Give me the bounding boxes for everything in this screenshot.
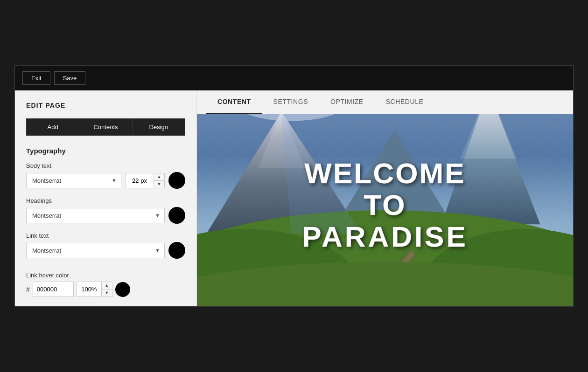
body-size-spinners: ▲ ▼: [154, 173, 164, 188]
content-area: CONTENT SETTINGS OPTIMIZE SCHEDULE: [197, 90, 573, 306]
sidebar: EDIT PAGE Add Contents Design Typography…: [15, 90, 197, 306]
preview-area: WELCOME TO PARADISE: [197, 114, 573, 306]
hero-line1: WELCOME TO: [291, 158, 479, 221]
tab-schedule[interactable]: SCHEDULE: [375, 90, 435, 114]
link-hover-opacity-field: ▲ ▼: [77, 282, 112, 297]
headings-color-swatch[interactable]: [168, 207, 185, 224]
link-hover-label: Link hover color: [26, 272, 185, 279]
headings-font-select-wrapper: Montserrat Arial ▼: [26, 208, 165, 223]
link-font-select-wrapper: Montserrat Arial ▼: [26, 243, 165, 258]
tab-settings[interactable]: SETTINGS: [262, 90, 320, 114]
tab-optimize[interactable]: OPTIMIZE: [319, 90, 375, 114]
tab-content[interactable]: CONTENT: [206, 90, 262, 114]
link-text-row: Montserrat Arial ▼: [26, 242, 185, 259]
body-size-up-button[interactable]: ▲: [154, 173, 164, 180]
typography-section-title: Typography: [26, 147, 185, 155]
tab-contents-button[interactable]: Contents: [79, 118, 132, 136]
opacity-up-button[interactable]: ▲: [102, 282, 112, 289]
body-text-row: Montserrat Arial Georgia ▼ ▲ ▼: [26, 172, 185, 189]
hash-symbol: #: [26, 286, 30, 293]
svg-point-16: [197, 262, 573, 306]
link-hover-opacity-spinners: ▲ ▼: [101, 282, 112, 296]
link-hover-color-swatch[interactable]: [115, 282, 130, 297]
top-bar: Exit Save: [15, 66, 573, 90]
tab-add-button[interactable]: Add: [26, 118, 79, 136]
body-size-down-button[interactable]: ▼: [154, 180, 164, 188]
link-text-label: Link text: [26, 232, 185, 239]
body-size-input[interactable]: [126, 173, 154, 188]
body-size-field: ▲ ▼: [125, 173, 165, 188]
app-window: Exit Save EDIT PAGE Add Contents Design …: [14, 65, 574, 307]
link-hover-section: Link hover color # ▲ ▼: [26, 272, 185, 297]
body-text-color-swatch[interactable]: [168, 172, 185, 189]
hero-line2: PARADISE: [291, 221, 479, 253]
save-button[interactable]: Save: [54, 71, 86, 85]
link-font-select[interactable]: Montserrat Arial: [26, 243, 165, 258]
exit-button[interactable]: Exit: [22, 71, 50, 85]
tab-design-button[interactable]: Design: [133, 118, 185, 136]
main-area: EDIT PAGE Add Contents Design Typography…: [15, 90, 573, 306]
hero-text-overlay: WELCOME TO PARADISE: [291, 158, 479, 253]
body-text-label: Body text: [26, 162, 185, 169]
headings-font-select[interactable]: Montserrat Arial: [26, 208, 165, 223]
link-text-color-swatch[interactable]: [168, 242, 185, 259]
tab-nav: CONTENT SETTINGS OPTIMIZE SCHEDULE: [197, 90, 573, 114]
body-font-select[interactable]: Montserrat Arial Georgia: [26, 173, 121, 188]
opacity-down-button[interactable]: ▼: [102, 289, 112, 296]
sidebar-tab-group: Add Contents Design: [26, 118, 185, 136]
link-hover-opacity-input[interactable]: [77, 282, 101, 296]
body-font-select-wrapper: Montserrat Arial Georgia ▼: [26, 173, 121, 188]
link-hover-row: # ▲ ▼: [26, 282, 185, 297]
edit-page-title: EDIT PAGE: [26, 102, 185, 109]
headings-row: Montserrat Arial ▼: [26, 207, 185, 224]
link-hover-hex-input[interactable]: [33, 282, 74, 297]
headings-label: Headings: [26, 197, 185, 204]
